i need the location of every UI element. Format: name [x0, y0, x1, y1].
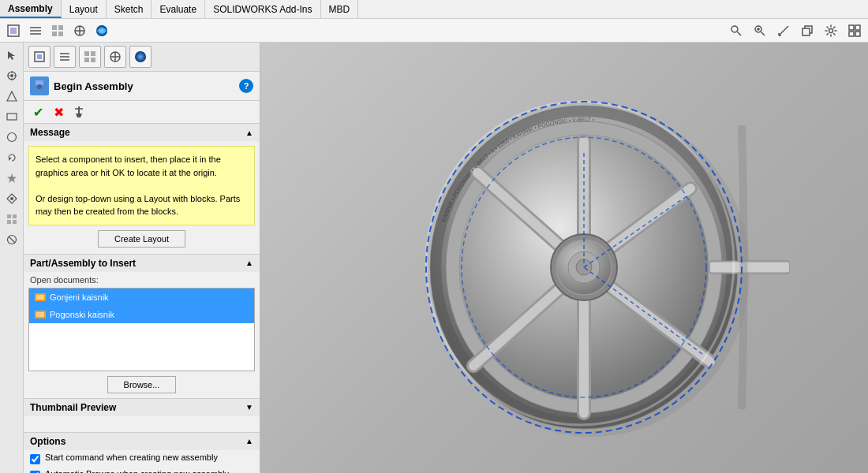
svg-rect-44 [13, 220, 17, 224]
svg-line-46 [9, 236, 15, 243]
left-icon-cursor[interactable] [2, 46, 21, 65]
part-assembly-toggle: ▲ [245, 259, 253, 267]
svg-marker-64 [76, 114, 82, 117]
doc-label-1: Gonjeni kaisnik [50, 292, 109, 302]
measure-icon-btn[interactable] [773, 20, 794, 41]
option-item-2: Automatic Browse when creating new assem… [24, 467, 260, 474]
doc-item-1[interactable]: Gonjeni kaisnik [29, 289, 254, 306]
panel-toolbar [24, 43, 260, 72]
svg-rect-25 [855, 25, 860, 30]
left-icon-rect[interactable] [2, 107, 21, 126]
message-section-header[interactable]: Message ▲ [24, 124, 260, 141]
browse-button[interactable]: Browse... [107, 376, 177, 393]
doc-icon-1 [34, 291, 47, 304]
svg-rect-7 [52, 32, 57, 36]
options-section-header[interactable]: Options ▲ [24, 433, 260, 450]
left-icon-bar [0, 43, 24, 473]
svg-line-14 [738, 32, 742, 35]
svg-rect-52 [84, 51, 89, 56]
begin-assembly-title: Begin Assembly [54, 80, 234, 92]
svg-rect-69 [36, 312, 44, 317]
ok-icon[interactable]: ✔ [30, 104, 46, 120]
option-checkbox-2[interactable] [30, 471, 40, 474]
svg-rect-5 [52, 25, 57, 30]
svg-rect-26 [849, 32, 854, 36]
menu-tab-solidworks-addins[interactable]: SOLIDWORKS Add-Ins [205, 0, 320, 18]
left-icon-grid[interactable] [2, 210, 21, 229]
left-icon-triangle[interactable] [2, 87, 21, 106]
svg-marker-38 [7, 173, 17, 183]
svg-rect-67 [36, 295, 44, 300]
message-section: Message ▲ Select a component to insert, … [24, 124, 260, 255]
pin-icon[interactable] [71, 104, 87, 120]
panel-tool-3[interactable] [79, 46, 101, 68]
left-icon-rotate[interactable] [2, 148, 21, 167]
toolbar-btn-2[interactable] [25, 20, 46, 41]
message-section-toggle: ▲ [245, 128, 253, 137]
svg-point-13 [731, 26, 738, 32]
action-row: ✔ ✖ [24, 101, 260, 124]
docs-list: Gonjeni kaisnik Pogonski kaisnik [28, 288, 255, 371]
thumbnail-section: Thumbnail Preview ▼ [24, 399, 260, 433]
menu-tab-sketch[interactable]: Sketch [107, 0, 152, 18]
pulley-3d-view: KAISNIK • POGONSKI • V-BELT • A • 1250 •… [395, 82, 805, 460]
begin-assembly-icon [30, 76, 49, 95]
message-text-2: Or design top-down using a Layout with b… [36, 194, 240, 217]
main-layout: Begin Assembly ? ✔ ✖ Message ▲ Select a … [0, 43, 868, 473]
option-checkbox-1[interactable] [30, 454, 40, 464]
svg-line-19 [779, 26, 788, 35]
panel-tool-5[interactable] [129, 46, 152, 68]
thumbnail-section-title: Thumbnail Preview [30, 402, 116, 413]
create-layout-button[interactable]: Create Layout [98, 230, 185, 248]
svg-rect-41 [7, 214, 11, 218]
begin-assembly-header: Begin Assembly ? [24, 72, 260, 101]
svg-rect-53 [91, 51, 95, 56]
svg-rect-1 [10, 28, 17, 34]
left-icon-circle[interactable] [2, 128, 21, 147]
cancel-icon[interactable]: ✖ [51, 104, 66, 120]
left-icon-prohibited[interactable] [2, 230, 21, 249]
left-icon-star[interactable] [2, 169, 21, 188]
option-item-1: Start command when creating new assembly [24, 450, 260, 467]
grid-icon-btn[interactable] [844, 20, 865, 41]
doc-icon-2 [34, 308, 47, 321]
panel-tool-4[interactable] [104, 46, 126, 68]
toolbar-btn-3[interactable] [47, 20, 68, 41]
toolbar-btn-4[interactable] [69, 20, 90, 41]
options-toggle: ▲ [245, 437, 253, 445]
menu-tab-layout[interactable]: Layout [62, 0, 107, 18]
option-label-2: Automatic Browse when creating new assem… [45, 469, 229, 474]
help-button[interactable]: ? [239, 79, 253, 93]
svg-rect-35 [7, 114, 17, 120]
svg-rect-6 [58, 25, 63, 30]
left-icon-diamond[interactable] [2, 189, 21, 208]
svg-rect-48 [37, 54, 42, 59]
menu-tab-assembly[interactable]: Assembly [0, 0, 62, 18]
viewport[interactable]: KAISNIK • POGONSKI • V-BELT • A • 1250 •… [260, 43, 868, 473]
svg-rect-54 [84, 58, 89, 62]
svg-point-40 [10, 197, 13, 200]
panel-tool-2[interactable] [54, 46, 76, 68]
part-assembly-section-title: Part/Assembly to Insert [30, 258, 136, 269]
menu-tab-mbd[interactable]: MBD [321, 0, 359, 18]
search-icon-btn[interactable] [726, 20, 746, 41]
box-icon-btn[interactable] [797, 20, 817, 41]
settings-icon-btn[interactable] [821, 20, 841, 41]
option-label-1: Start command when creating new assembly [45, 453, 218, 462]
thumbnail-content [24, 416, 260, 432]
docs-empty-space [29, 323, 254, 371]
svg-rect-43 [7, 220, 11, 224]
toolbar-btn-5[interactable] [92, 20, 112, 41]
options-section: Options ▲ Start command when creating ne… [24, 433, 260, 474]
part-assembly-section-header[interactable]: Part/Assembly to Insert ▲ [24, 255, 260, 272]
svg-rect-8 [58, 32, 63, 36]
left-icon-target[interactable] [2, 66, 21, 85]
svg-rect-42 [13, 214, 17, 218]
panel-tool-1[interactable] [28, 46, 51, 68]
menu-tab-evaluate[interactable]: Evaluate [152, 0, 205, 18]
toolbar-btn-1[interactable] [3, 20, 24, 41]
doc-item-2[interactable]: Pogonski kaisnik [29, 306, 254, 323]
thumbnail-section-header[interactable]: Thumbnail Preview ▼ [24, 399, 260, 416]
svg-point-23 [829, 28, 833, 32]
zoom-icon-btn[interactable] [750, 20, 770, 41]
